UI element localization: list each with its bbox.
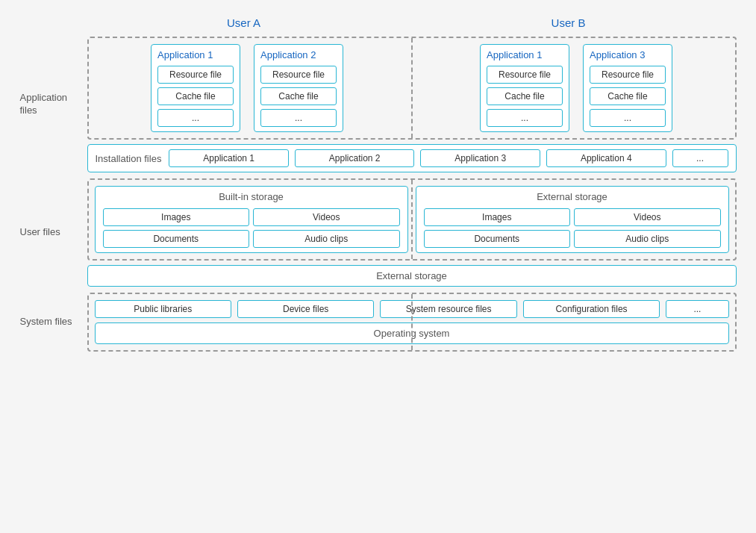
system-files-items-row: Public libraries Device files System res… [95,300,729,318]
install-app4: Application 4 [546,149,666,167]
app-b3-resource: Resource file [590,66,666,84]
app-a1-cache: Cache file [157,87,234,105]
app-files-outer: Application 1 Resource file Cache file .… [87,37,737,140]
system-resource-files: System resource files [380,300,516,318]
external-storage-card: External storage Images Videos Documents… [416,186,729,253]
external-audio: Audio clips [574,230,721,248]
app-a1-dots: ... [157,109,234,127]
user-b-label: User B [401,16,737,29]
external-storage-title: External storage [424,191,721,202]
app-b1-title: Application 1 [487,49,563,60]
builtin-storage-grid: Images Videos Documents Audio clips [103,208,400,248]
external-documents: Documents [424,230,571,248]
app-b3-dots: ... [590,109,666,127]
system-files-section: System files Public libraries Device fil… [20,293,737,352]
app-a1-title: Application 1 [157,49,234,60]
divider-space [406,44,418,132]
application-files-section: Application files Application 1 Resource… [20,37,737,172]
external-videos: Videos [574,208,721,226]
system-files-label: System files [20,293,87,352]
app-b1-cache: Cache file [487,87,563,105]
system-dots: ... [666,300,728,318]
user-labels-row: User A User B [20,16,737,29]
system-config-files: Configuration files [523,300,660,318]
builtin-documents: Documents [103,230,250,248]
system-files-content: Public libraries Device files System res… [87,293,737,352]
system-device-files: Device files [237,300,374,318]
user-files-section: User files Built-in storage Images Video… [20,178,737,287]
app-a2-cache: Cache file [260,87,337,105]
external-images: Images [424,208,571,226]
user-files-outer: Built-in storage Images Videos Documents… [87,178,737,261]
vertical-divider-user [411,180,413,259]
builtin-storage-card: Built-in storage Images Videos Documents… [95,186,408,253]
builtin-videos: Videos [253,208,400,226]
user-a-apps: Application 1 Resource file Cache file .… [95,44,400,132]
external-storage-bar: External storage [87,265,737,287]
diagram: User A User B Application files Applicat… [13,9,744,524]
user-a-label: User A [87,16,401,29]
install-dots: ... [672,149,728,167]
app-b1-resource: Resource file [487,66,563,84]
app-a2-title: Application 2 [260,49,337,60]
install-app2: Application 2 [295,149,415,167]
app-a2-resource: Resource file [260,66,337,84]
app-card-b1: Application 1 Resource file Cache file .… [480,44,569,132]
app-card-a2: Application 2 Resource file Cache file .… [254,44,343,132]
os-bar: Operating system [95,322,729,344]
install-app1: Application 1 [169,149,289,167]
application-files-content: Application 1 Resource file Cache file .… [87,37,737,172]
app-b1-dots: ... [487,109,563,127]
app-card-b3: Application 3 Resource file Cache file .… [583,44,672,132]
system-public-libs: Public libraries [95,300,231,318]
user-b-apps: Application 1 Resource file Cache file .… [424,44,729,132]
app-a2-dots: ... [260,109,337,127]
system-outer: Public libraries Device files System res… [87,293,737,352]
user-files-label: User files [20,178,87,287]
builtin-audio: Audio clips [253,230,400,248]
application-files-label: Application files [20,37,87,172]
installation-files-label: Installation files [96,153,162,164]
external-storage-grid: Images Videos Documents Audio clips [424,208,721,248]
user-files-content: Built-in storage Images Videos Documents… [87,178,737,287]
installation-files-row: Installation files Application 1 Applica… [87,144,737,172]
install-app3: Application 3 [420,149,540,167]
app-b3-title: Application 3 [590,49,666,60]
builtin-images: Images [103,208,250,226]
installation-apps: Application 1 Application 2 Application … [169,149,728,167]
app-a1-resource: Resource file [157,66,234,84]
builtin-storage-title: Built-in storage [103,191,400,202]
app-b3-cache: Cache file [590,87,666,105]
app-card-a1: Application 1 Resource file Cache file .… [151,44,240,132]
